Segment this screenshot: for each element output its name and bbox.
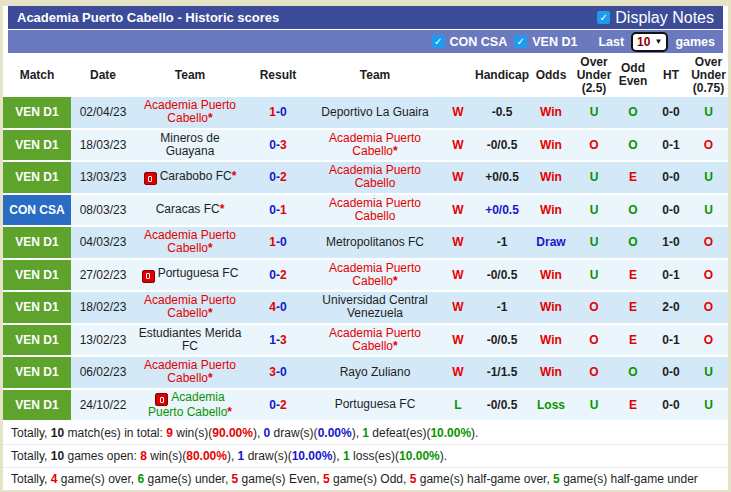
table-row: VEN D113/03/23Carabobo FC*0-2Academia Pu… bbox=[3, 162, 728, 195]
result-letter: W bbox=[439, 260, 477, 291]
away-team-link[interactable]: Universidad Central Venezuela bbox=[313, 294, 437, 320]
home-team-link[interactable]: Portuguesa FC bbox=[142, 267, 239, 283]
home-score: 0 bbox=[269, 170, 276, 184]
ven-d1-toggle[interactable]: ✓ VEN D1 bbox=[514, 35, 577, 49]
home-team: Academia Puerto Cabello* bbox=[135, 292, 245, 323]
result-letter: W bbox=[439, 292, 477, 323]
summary-segment: 10.00% bbox=[292, 449, 333, 463]
league-badge: VEN D1 bbox=[3, 390, 71, 421]
over-under-075: U bbox=[689, 97, 728, 128]
away-team-link[interactable]: Academia Puerto Cabello bbox=[313, 164, 437, 190]
table-row: CON CSA08/03/23Caracas FC*0-1Academia Pu… bbox=[3, 195, 728, 228]
match-date: 02/04/23 bbox=[71, 97, 135, 128]
over-under-075: O bbox=[689, 292, 728, 323]
away-team-link[interactable]: Metropolitanos FC bbox=[326, 236, 424, 249]
summary-segment: game(s) under, bbox=[144, 472, 231, 486]
over-under-075: O bbox=[689, 130, 728, 161]
summary-segment: draw(s)( bbox=[244, 449, 291, 463]
home-team-link[interactable]: Academia Puerto Cabello* bbox=[137, 391, 243, 420]
column-header: Odd Even bbox=[613, 53, 653, 97]
home-score: 0 bbox=[269, 138, 276, 152]
half-time-score: 0-0 bbox=[653, 162, 689, 193]
team-name: Mineros de Guayana bbox=[160, 131, 219, 158]
ven-d1-checkbox[interactable]: ✓ bbox=[514, 35, 527, 48]
match-date: 13/03/23 bbox=[71, 162, 135, 193]
team-star: * bbox=[208, 371, 213, 385]
handicap-value: +0/0.5 bbox=[477, 162, 527, 193]
home-team-link[interactable]: Estudiantes Merida FC bbox=[137, 327, 243, 353]
result-letter: W bbox=[439, 227, 477, 258]
home-team-link[interactable]: Academia Puerto Cabello* bbox=[137, 229, 243, 255]
away-team: Academia Puerto Cabello* bbox=[311, 260, 439, 291]
summary-segment: win(s)( bbox=[147, 449, 186, 463]
league-badge: VEN D1 bbox=[3, 162, 71, 193]
over-under-25: U bbox=[575, 390, 613, 421]
odd-even: E bbox=[613, 260, 653, 291]
away-score: 2 bbox=[280, 170, 287, 184]
away-score: 0 bbox=[280, 105, 287, 119]
red-badge-icon bbox=[142, 270, 155, 283]
team-name: Academia Puerto Cabello bbox=[329, 326, 421, 353]
match-date: 08/03/23 bbox=[71, 195, 135, 226]
away-team-link[interactable]: Academia Puerto Cabello bbox=[313, 197, 437, 223]
home-score: 0 bbox=[269, 268, 276, 282]
away-score: 2 bbox=[280, 268, 287, 282]
red-badge-icon bbox=[144, 172, 157, 185]
handicap-value: +0/0.5 bbox=[477, 195, 527, 226]
home-team-link[interactable]: Caracas FC* bbox=[156, 203, 225, 216]
summary-segment: game(s) Odd, bbox=[330, 472, 410, 486]
away-score: 0 bbox=[280, 365, 287, 379]
home-score: 4 bbox=[269, 300, 276, 314]
home-team-link[interactable]: Mineros de Guayana bbox=[137, 132, 243, 158]
team-star: * bbox=[208, 111, 213, 125]
summary-segment: 10 bbox=[51, 449, 64, 463]
odd-even: O bbox=[613, 357, 653, 388]
home-team-link[interactable]: Academia Puerto Cabello* bbox=[137, 359, 243, 385]
team-name: Rayo Zuliano bbox=[340, 365, 411, 379]
summary-segment: Totally, bbox=[11, 426, 51, 440]
away-score: 3 bbox=[280, 333, 287, 347]
con-csa-toggle[interactable]: ✓ CON CSA bbox=[432, 35, 508, 49]
away-team: Portuguesa FC bbox=[311, 390, 439, 421]
con-csa-checkbox[interactable]: ✓ bbox=[432, 35, 445, 48]
away-team: Metropolitanos FC bbox=[311, 227, 439, 258]
summary-segment: 6 bbox=[138, 472, 145, 486]
away-team-link[interactable]: Deportivo La Guaira bbox=[321, 106, 428, 119]
odds-result: Win bbox=[527, 195, 575, 226]
display-notes-toggle[interactable]: ✓ Display Notes bbox=[597, 9, 714, 27]
summary-segment: 1 bbox=[238, 449, 245, 463]
summary-segment: Totally, bbox=[11, 472, 51, 486]
away-team-link[interactable]: Academia Puerto Cabello* bbox=[313, 262, 437, 288]
away-team-link[interactable]: Rayo Zuliano bbox=[340, 366, 411, 379]
over-under-25: O bbox=[575, 325, 613, 356]
summary-segment: ), bbox=[352, 426, 363, 440]
away-team-link[interactable]: Portuguesa FC bbox=[335, 398, 416, 411]
home-team-link[interactable]: Carabobo FC* bbox=[144, 170, 237, 186]
home-team: Portuguesa FC bbox=[135, 260, 245, 291]
display-notes-checkbox[interactable]: ✓ bbox=[597, 11, 610, 24]
home-team-link[interactable]: Academia Puerto Cabello* bbox=[137, 294, 243, 320]
half-time-score: 2-0 bbox=[653, 292, 689, 323]
match-score: 0-3 bbox=[245, 130, 311, 161]
match-score: 4-0 bbox=[245, 292, 311, 323]
odd-even: O bbox=[613, 195, 653, 226]
handicap-value: -0.5 bbox=[477, 97, 527, 128]
team-name: Academia Puerto Cabello bbox=[329, 196, 421, 223]
result-letter: W bbox=[439, 130, 477, 161]
home-team-link[interactable]: Academia Puerto Cabello* bbox=[137, 99, 243, 125]
odd-even: E bbox=[613, 390, 653, 421]
summary-segment: ). bbox=[471, 426, 478, 440]
handicap-value: -1/1.5 bbox=[477, 357, 527, 388]
home-team: Estudiantes Merida FC bbox=[135, 325, 245, 356]
title-bar: Academia Puerto Cabello - Historic score… bbox=[8, 6, 723, 29]
away-team-link[interactable]: Academia Puerto Cabello* bbox=[313, 327, 437, 353]
games-count-select[interactable]: 10 ▼ bbox=[631, 32, 668, 52]
team-name: Academia Puerto Cabello bbox=[144, 228, 236, 255]
match-date: 27/02/23 bbox=[71, 260, 135, 291]
away-team-link[interactable]: Academia Puerto Cabello* bbox=[313, 132, 437, 158]
match-table-body: VEN D102/04/23Academia Puerto Cabello*1-… bbox=[3, 97, 728, 422]
away-team: Academia Puerto Cabello bbox=[311, 195, 439, 226]
odds-result: Win bbox=[527, 292, 575, 323]
summary-segment: ), bbox=[253, 426, 264, 440]
handicap-value: -0/0.5 bbox=[477, 130, 527, 161]
